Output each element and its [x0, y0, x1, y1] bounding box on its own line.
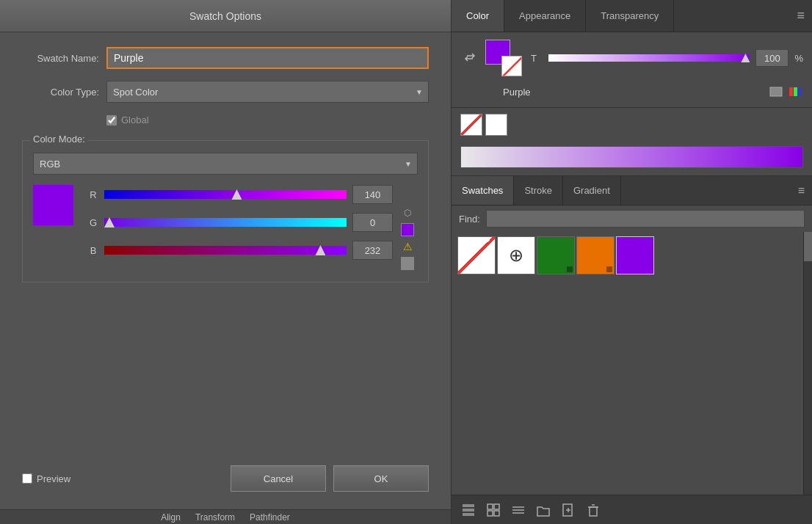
swatch-registration[interactable]: ⊕	[497, 236, 535, 274]
tab-swatches-label: Swatches	[462, 185, 503, 196]
swatches-scrollbar[interactable]	[803, 232, 812, 495]
swatch-library-icon	[462, 503, 475, 517]
r-value-input[interactable]	[352, 185, 393, 204]
tint-percent-label: %	[794, 53, 803, 64]
g-slider-row: G	[88, 213, 393, 232]
align-tab[interactable]: Align	[161, 512, 181, 523]
transform-tab[interactable]: Transform	[195, 512, 235, 523]
swatch-none[interactable]	[457, 236, 496, 274]
color-mode-icons	[768, 84, 803, 100]
right-panel-tabs: Color Appearance Transparency ≡	[452, 0, 812, 32]
preview-group: Preview	[22, 473, 223, 484]
delete-swatch-button[interactable]	[584, 501, 603, 520]
new-color-group-button[interactable]	[534, 501, 553, 520]
svg-rect-5	[463, 504, 474, 507]
scrollbar-thumb[interactable]	[804, 232, 812, 261]
grid-icon	[487, 503, 500, 517]
swatches-tabs: Swatches Stroke Gradient ≡	[452, 176, 812, 205]
cancel-button[interactable]: Cancel	[231, 465, 326, 492]
dialog-titlebar: Swatch Options	[0, 0, 451, 32]
svg-rect-11	[494, 511, 499, 516]
swatch-orange[interactable]	[576, 236, 615, 274]
color-preview-swatch	[33, 185, 73, 225]
new-swatch-grid-button[interactable]	[484, 501, 503, 520]
white-swatch-box[interactable]	[485, 114, 507, 136]
tab-stroke[interactable]: Stroke	[514, 176, 563, 205]
tab-transparency[interactable]: Transparency	[586, 0, 674, 32]
svg-rect-7	[463, 513, 474, 516]
swatches-panel-menu-icon[interactable]: ≡	[791, 176, 812, 205]
color-type-select[interactable]: Process Color Spot Color	[106, 81, 429, 103]
rgb-mode-button[interactable]	[787, 84, 803, 100]
global-checkbox[interactable]	[106, 115, 117, 125]
r-channel-label: R	[88, 189, 98, 200]
swatches-panel: Swatches Stroke Gradient ≡ Find: ⊕	[452, 175, 812, 524]
swatch-green[interactable]	[537, 236, 575, 274]
g-slider[interactable]	[104, 218, 347, 227]
b-slider-container	[104, 244, 347, 257]
tint-value-input[interactable]	[755, 49, 789, 67]
fill-stroke-swap-button[interactable]	[460, 48, 479, 68]
color-mode-select[interactable]: RGB CMYK HSB	[33, 153, 418, 175]
tint-label: T	[531, 53, 543, 64]
tab-stroke-label: Stroke	[524, 185, 552, 196]
swatch-purple[interactable]	[616, 236, 654, 274]
out-of-gamut-swatch[interactable]	[401, 257, 414, 270]
b-value-input[interactable]	[352, 241, 393, 260]
color-mode-section: Color Mode: RGB CMYK HSB ▼	[22, 140, 429, 283]
r-slider[interactable]	[104, 190, 347, 199]
svg-rect-6	[463, 509, 474, 512]
svg-rect-8	[487, 504, 493, 509]
swatch-library-button[interactable]	[459, 501, 478, 520]
svg-rect-10	[487, 511, 493, 516]
svg-rect-4	[798, 87, 801, 96]
new-swatch-button[interactable]	[559, 501, 578, 520]
find-input[interactable]	[486, 210, 805, 228]
none-swatch-box[interactable]	[460, 114, 482, 136]
g-value-input[interactable]	[352, 213, 393, 232]
swatch-name-row: Swatch Name:	[22, 47, 429, 69]
none-slash-icon	[502, 57, 522, 76]
r-slider-container	[104, 188, 347, 201]
g-channel-label: G	[88, 217, 98, 228]
gradient-preview-bar	[460, 146, 803, 168]
color-mode-row: RGB CMYK HSB ▼	[33, 153, 418, 175]
preview-checkbox[interactable]	[22, 473, 32, 484]
ok-button[interactable]: OK	[333, 465, 429, 492]
slider-section: R G	[88, 185, 393, 260]
bottom-toolbar	[452, 495, 812, 524]
list-icon	[512, 503, 525, 517]
tab-swatches[interactable]: Swatches	[452, 176, 514, 205]
grayscale-mode-button[interactable]	[768, 84, 784, 100]
right-tabs-menu-icon[interactable]: ≡	[789, 0, 812, 32]
swatch-boxes-row	[452, 108, 812, 142]
pathfinder-tab[interactable]: Pathfinder	[250, 512, 290, 523]
tab-color-label: Color	[466, 10, 489, 21]
color-name-text: Purple	[503, 87, 762, 98]
tab-transparency-label: Transparency	[601, 10, 659, 21]
swatch-name-input[interactable]	[106, 47, 429, 69]
color-type-select-wrapper: Process Color Spot Color ▼	[106, 81, 429, 103]
bottom-tabs: Align Transform Pathfinder	[153, 512, 297, 523]
tint-slider[interactable]	[548, 54, 750, 62]
svg-rect-1	[770, 87, 782, 96]
swatch-name-label: Swatch Name:	[22, 53, 99, 64]
swatches-grid: ⊕	[452, 232, 812, 279]
preview-label: Preview	[37, 473, 70, 484]
tab-color[interactable]: Color	[452, 0, 504, 32]
fill-stroke-indicator	[485, 40, 522, 76]
stroke-color-box[interactable]	[501, 56, 522, 76]
svg-rect-3	[794, 87, 797, 96]
gamut-swatch[interactable]	[401, 223, 414, 236]
b-slider[interactable]	[104, 246, 347, 255]
grayscale-icon	[769, 87, 783, 97]
tab-appearance[interactable]: Appearance	[504, 0, 586, 32]
list-view-button[interactable]	[509, 501, 528, 520]
b-slider-row: B	[88, 241, 393, 260]
r-slider-row: R	[88, 185, 393, 204]
cube-icon: ⬡	[400, 205, 415, 220]
trash-icon	[587, 503, 600, 517]
color-type-row: Color Type: Process Color Spot Color ▼	[22, 81, 429, 103]
color-mode-select-wrapper: RGB CMYK HSB ▼	[33, 153, 418, 175]
tab-gradient[interactable]: Gradient	[563, 176, 621, 205]
